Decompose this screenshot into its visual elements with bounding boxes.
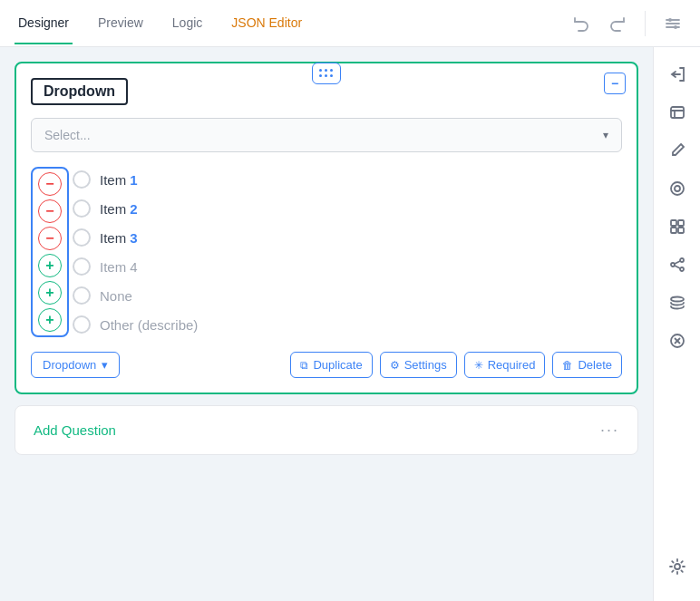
- required-icon: ✳: [474, 359, 483, 372]
- type-dropdown-button[interactable]: Dropdown ▾: [31, 352, 120, 378]
- svg-line-17: [675, 261, 680, 264]
- question-title[interactable]: Dropdown: [31, 78, 128, 105]
- drag-handle[interactable]: [312, 63, 341, 84]
- tab-logic[interactable]: Logic: [169, 3, 206, 44]
- main-content: Designer Preview Logic JSON Editor: [0, 0, 700, 601]
- option-label-1: Item 1: [100, 172, 138, 188]
- top-nav: Designer Preview Logic JSON Editor: [0, 0, 700, 47]
- option-radio-6: [73, 315, 91, 334]
- grid-icon-button[interactable]: [661, 210, 694, 243]
- edit-icon-button[interactable]: [661, 134, 694, 167]
- list-icon-button[interactable]: [661, 96, 694, 129]
- delete-label: Delete: [578, 358, 612, 372]
- delete-button[interactable]: 🗑 Delete: [552, 352, 622, 378]
- branch-icon-button[interactable]: [661, 248, 694, 281]
- option-row-2: Item 2: [73, 199, 622, 218]
- undo-button[interactable]: [569, 11, 594, 36]
- chevron-down-icon: ▾: [603, 129, 608, 141]
- option-radio-1: [73, 170, 91, 189]
- option-label-5: None: [100, 288, 132, 304]
- page-body: − Dropdown Select... ▾ − − − + +: [0, 47, 700, 601]
- svg-point-3: [668, 18, 672, 22]
- add-option-6-button[interactable]: +: [38, 308, 62, 332]
- option-radio-5: [73, 286, 91, 305]
- add-option-4-button[interactable]: +: [38, 254, 62, 277]
- footer-actions: ⧉ Duplicate ⚙ Settings ✳ Required 🗑: [290, 352, 622, 378]
- options-container: − − − + + + Item 1: [31, 167, 622, 337]
- option-radio-2: [73, 199, 91, 218]
- svg-point-4: [674, 25, 677, 29]
- select-placeholder: Select...: [44, 128, 91, 142]
- option-row-4: Item 4: [73, 257, 622, 276]
- nav-actions: [569, 11, 685, 36]
- svg-point-9: [675, 186, 680, 191]
- type-chevron-icon: ▾: [102, 358, 108, 372]
- tab-preview[interactable]: Preview: [94, 3, 147, 44]
- svg-rect-5: [671, 107, 684, 118]
- right-sidebar: [653, 47, 700, 601]
- select-dropdown[interactable]: Select... ▾: [31, 118, 622, 152]
- required-label: Required: [488, 358, 536, 372]
- question-card: − Dropdown Select... ▾ − − − + +: [15, 62, 638, 394]
- drag-dots-icon: [319, 69, 334, 78]
- option-row-1: Item 1: [73, 170, 622, 189]
- svg-point-8: [671, 182, 684, 195]
- required-button[interactable]: ✳ Required: [464, 352, 546, 378]
- options-items: Item 1 Item 2 Item 3: [73, 167, 622, 337]
- chart-icon-button[interactable]: [661, 172, 694, 205]
- nav-divider: [645, 11, 646, 36]
- add-question-bar[interactable]: Add Question ···: [15, 405, 638, 455]
- tab-json[interactable]: JSON Editor: [228, 3, 306, 44]
- gear-icon-button[interactable]: [661, 550, 694, 583]
- close-circle-icon-button[interactable]: [661, 325, 694, 357]
- option-label-2: Item 2: [100, 201, 138, 217]
- remove-option-1-button[interactable]: −: [38, 172, 62, 196]
- svg-point-23: [675, 564, 680, 569]
- remove-option-3-button[interactable]: −: [38, 227, 62, 250]
- remove-option-2-button[interactable]: −: [38, 199, 62, 223]
- svg-rect-11: [678, 220, 684, 226]
- logout-button[interactable]: [661, 58, 694, 91]
- collapse-button[interactable]: −: [604, 73, 626, 94]
- settings-icon: ⚙: [390, 359, 400, 372]
- add-option-5-button[interactable]: +: [38, 281, 62, 305]
- stack-icon-button[interactable]: [661, 286, 694, 319]
- option-label-3: Item 3: [100, 230, 138, 246]
- option-row-5: None: [73, 286, 622, 305]
- svg-rect-13: [678, 228, 684, 233]
- options-actions-column: − − − + + +: [31, 167, 69, 337]
- option-radio-4: [73, 257, 91, 276]
- svg-rect-10: [671, 220, 676, 226]
- duplicate-icon: ⧉: [300, 359, 308, 372]
- add-question-dots: ···: [600, 421, 619, 440]
- option-label-4: Item 4: [100, 259, 138, 275]
- card-footer: Dropdown ▾ ⧉ Duplicate ⚙ Settings: [31, 352, 622, 378]
- settings-label: Settings: [404, 358, 447, 372]
- option-radio-3: [73, 228, 91, 247]
- settings-button[interactable]: ⚙ Settings: [380, 352, 457, 378]
- option-row-3: Item 3: [73, 228, 622, 247]
- redo-button[interactable]: [605, 11, 630, 36]
- type-label: Dropdown: [43, 358, 96, 372]
- add-question-label: Add Question: [34, 422, 116, 438]
- option-row-6: Other (describe): [73, 315, 622, 334]
- canvas-area: − Dropdown Select... ▾ − − − + +: [0, 47, 653, 601]
- svg-rect-12: [671, 228, 676, 233]
- option-label-6: Other (describe): [100, 317, 198, 333]
- svg-line-18: [675, 266, 680, 268]
- settings-nav-button[interactable]: [660, 11, 685, 36]
- tab-designer[interactable]: Designer: [15, 3, 73, 44]
- duplicate-label: Duplicate: [313, 358, 362, 372]
- duplicate-button[interactable]: ⧉ Duplicate: [290, 352, 372, 378]
- delete-icon: 🗑: [562, 359, 573, 372]
- svg-point-19: [671, 297, 684, 302]
